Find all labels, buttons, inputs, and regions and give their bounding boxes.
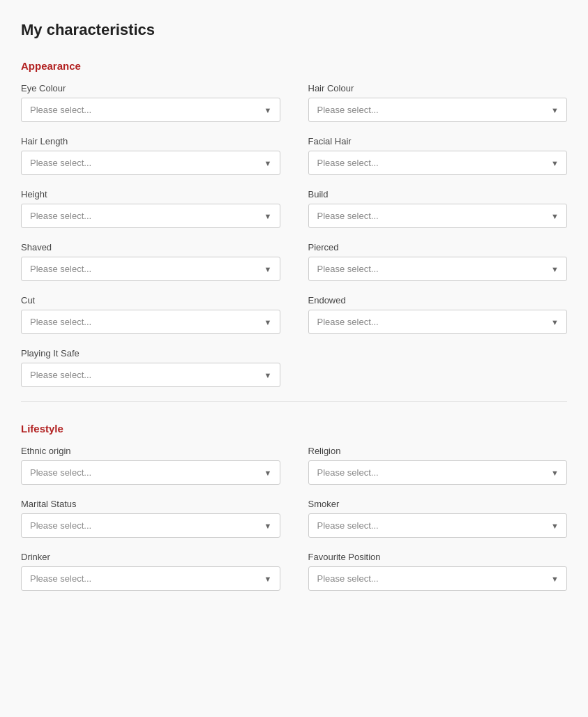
- section-divider: [21, 401, 567, 402]
- label-hair-colour: Hair Colour: [308, 83, 568, 93]
- select-drinker[interactable]: Please select...: [21, 566, 280, 591]
- select-wrapper-drinker: Please select...▼: [21, 566, 280, 591]
- section-appearance: AppearanceEye ColourPlease select...▼Hai…: [21, 60, 567, 402]
- field-group-eye-colour: Eye ColourPlease select...▼: [21, 83, 280, 122]
- field-group-build: BuildPlease select...▼: [308, 189, 568, 228]
- field-group-facial-hair: Facial HairPlease select...▼: [308, 136, 568, 175]
- field-group-favourite-position: Favourite PositionPlease select...▼: [308, 552, 568, 591]
- field-group-hair-length: Hair LengthPlease select...▼: [21, 136, 280, 175]
- section-lifestyle: LifestyleEthnic originPlease select...▼R…: [21, 423, 567, 591]
- select-wrapper-build: Please select...▼: [308, 204, 568, 228]
- label-favourite-position: Favourite Position: [308, 552, 568, 562]
- label-shaved: Shaved: [21, 242, 280, 252]
- select-religion[interactable]: Please select...: [308, 460, 568, 485]
- field-group-height: HeightPlease select...▼: [21, 189, 280, 228]
- select-favourite-position[interactable]: Please select...: [308, 566, 568, 591]
- select-wrapper-height: Please select...▼: [21, 204, 280, 228]
- select-ethnic-origin[interactable]: Please select...: [21, 460, 280, 485]
- field-group-endowed: EndowedPlease select...▼: [308, 295, 568, 334]
- select-hair-length[interactable]: Please select...: [21, 151, 280, 175]
- select-wrapper-ethnic-origin: Please select...▼: [21, 460, 280, 485]
- select-wrapper-favourite-position: Please select...▼: [308, 566, 568, 591]
- select-marital-status[interactable]: Please select...: [21, 513, 280, 538]
- field-group-religion: ReligionPlease select...▼: [308, 446, 568, 485]
- select-height[interactable]: Please select...: [21, 204, 280, 228]
- field-group-shaved: ShavedPlease select...▼: [21, 242, 280, 281]
- field-group-pierced: PiercedPlease select...▼: [308, 242, 568, 281]
- fields-grid-lifestyle: Ethnic originPlease select...▼ReligionPl…: [21, 446, 567, 591]
- select-wrapper-hair-colour: Please select...▼: [308, 98, 568, 122]
- select-cut[interactable]: Please select...: [21, 310, 280, 334]
- label-eye-colour: Eye Colour: [21, 83, 280, 93]
- label-facial-hair: Facial Hair: [308, 136, 568, 146]
- select-shaved[interactable]: Please select...: [21, 257, 280, 281]
- label-cut: Cut: [21, 295, 280, 305]
- select-build[interactable]: Please select...: [308, 204, 568, 228]
- select-wrapper-pierced: Please select...▼: [308, 257, 568, 281]
- select-endowed[interactable]: Please select...: [308, 310, 568, 334]
- select-wrapper-marital-status: Please select...▼: [21, 513, 280, 538]
- field-group-hair-colour: Hair ColourPlease select...▼: [308, 83, 568, 122]
- page-title: My characteristics: [21, 21, 567, 39]
- field-group-smoker: SmokerPlease select...▼: [308, 499, 568, 538]
- label-hair-length: Hair Length: [21, 136, 280, 146]
- field-group-drinker: DrinkerPlease select...▼: [21, 552, 280, 591]
- select-wrapper-smoker: Please select...▼: [308, 513, 568, 538]
- select-wrapper-eye-colour: Please select...▼: [21, 98, 280, 122]
- select-wrapper-shaved: Please select...▼: [21, 257, 280, 281]
- label-religion: Religion: [308, 446, 568, 456]
- section-title-appearance: Appearance: [21, 60, 567, 72]
- select-pierced[interactable]: Please select...: [308, 257, 568, 281]
- select-wrapper-playing-it-safe: Please select...▼: [21, 363, 280, 387]
- label-ethnic-origin: Ethnic origin: [21, 446, 280, 456]
- select-wrapper-cut: Please select...▼: [21, 310, 280, 334]
- select-wrapper-facial-hair: Please select...▼: [308, 151, 568, 175]
- field-group-cut: CutPlease select...▼: [21, 295, 280, 334]
- fields-grid-appearance: Eye ColourPlease select...▼Hair ColourPl…: [21, 83, 567, 387]
- select-hair-colour[interactable]: Please select...: [308, 98, 568, 122]
- select-wrapper-hair-length: Please select...▼: [21, 151, 280, 175]
- select-wrapper-religion: Please select...▼: [308, 460, 568, 485]
- label-marital-status: Marital Status: [21, 499, 280, 509]
- field-group-playing-it-safe: Playing It SafePlease select...▼: [21, 348, 280, 387]
- select-wrapper-endowed: Please select...▼: [308, 310, 568, 334]
- label-smoker: Smoker: [308, 499, 568, 509]
- select-playing-it-safe[interactable]: Please select...: [21, 363, 280, 387]
- label-build: Build: [308, 189, 568, 199]
- field-group-marital-status: Marital StatusPlease select...▼: [21, 499, 280, 538]
- field-group-ethnic-origin: Ethnic originPlease select...▼: [21, 446, 280, 485]
- label-pierced: Pierced: [308, 242, 568, 252]
- select-eye-colour[interactable]: Please select...: [21, 98, 280, 122]
- section-title-lifestyle: Lifestyle: [21, 423, 567, 435]
- label-drinker: Drinker: [21, 552, 280, 562]
- label-endowed: Endowed: [308, 295, 568, 305]
- select-smoker[interactable]: Please select...: [308, 513, 568, 538]
- label-height: Height: [21, 189, 280, 199]
- label-playing-it-safe: Playing It Safe: [21, 348, 280, 358]
- select-facial-hair[interactable]: Please select...: [308, 151, 568, 175]
